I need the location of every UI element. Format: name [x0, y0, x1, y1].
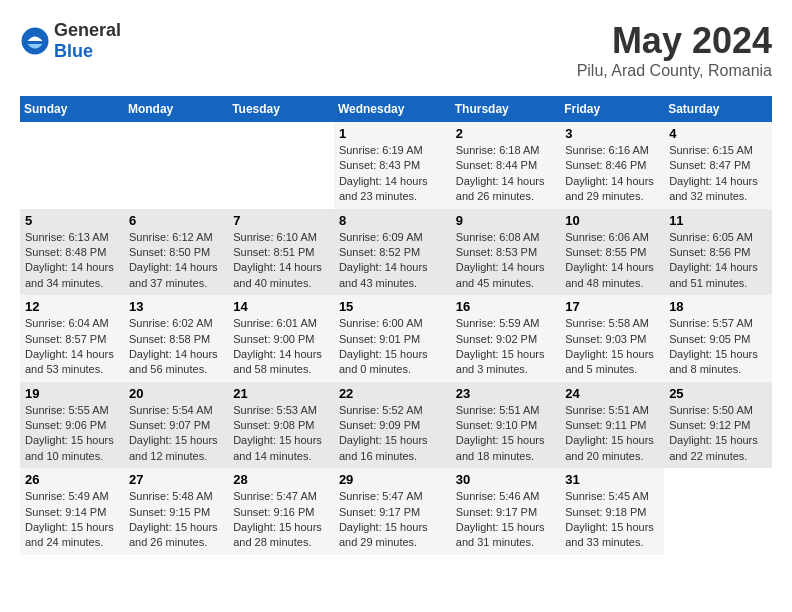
- day-info: Sunrise: 6:02 AM Sunset: 8:58 PM Dayligh…: [129, 316, 223, 378]
- header-day: Thursday: [451, 96, 560, 122]
- sunset: Sunset: 9:03 PM: [565, 332, 659, 347]
- sunset: Sunset: 9:00 PM: [233, 332, 329, 347]
- day-info: Sunrise: 5:58 AM Sunset: 9:03 PM Dayligh…: [565, 316, 659, 378]
- daylight: Daylight: 14 hours and 51 minutes.: [669, 260, 767, 291]
- calendar-cell: 9 Sunrise: 6:08 AM Sunset: 8:53 PM Dayli…: [451, 209, 560, 296]
- day-info: Sunrise: 5:46 AM Sunset: 9:17 PM Dayligh…: [456, 489, 555, 551]
- daylight: Daylight: 14 hours and 45 minutes.: [456, 260, 555, 291]
- sunset: Sunset: 9:09 PM: [339, 418, 446, 433]
- header-day: Tuesday: [228, 96, 334, 122]
- calendar-cell: 7 Sunrise: 6:10 AM Sunset: 8:51 PM Dayli…: [228, 209, 334, 296]
- logo: General Blue: [20, 20, 121, 62]
- sunset: Sunset: 9:06 PM: [25, 418, 119, 433]
- day-info: Sunrise: 6:12 AM Sunset: 8:50 PM Dayligh…: [129, 230, 223, 292]
- calendar-cell: 26 Sunrise: 5:49 AM Sunset: 9:14 PM Dayl…: [20, 468, 124, 555]
- day-number: 10: [565, 213, 659, 228]
- sunset: Sunset: 9:11 PM: [565, 418, 659, 433]
- daylight: Daylight: 15 hours and 0 minutes.: [339, 347, 446, 378]
- daylight: Daylight: 14 hours and 37 minutes.: [129, 260, 223, 291]
- day-number: 25: [669, 386, 767, 401]
- sunset: Sunset: 8:56 PM: [669, 245, 767, 260]
- day-info: Sunrise: 5:59 AM Sunset: 9:02 PM Dayligh…: [456, 316, 555, 378]
- day-number: 17: [565, 299, 659, 314]
- sunset: Sunset: 8:53 PM: [456, 245, 555, 260]
- calendar-cell: [20, 122, 124, 209]
- daylight: Daylight: 14 hours and 43 minutes.: [339, 260, 446, 291]
- day-number: 20: [129, 386, 223, 401]
- sunrise: Sunrise: 5:45 AM: [565, 489, 659, 504]
- sunrise: Sunrise: 6:08 AM: [456, 230, 555, 245]
- day-number: 1: [339, 126, 446, 141]
- sunset: Sunset: 9:14 PM: [25, 505, 119, 520]
- logo-blue-text: Blue: [54, 41, 121, 62]
- daylight: Daylight: 15 hours and 12 minutes.: [129, 433, 223, 464]
- day-info: Sunrise: 6:04 AM Sunset: 8:57 PM Dayligh…: [25, 316, 119, 378]
- day-number: 31: [565, 472, 659, 487]
- day-number: 12: [25, 299, 119, 314]
- calendar-cell: 13 Sunrise: 6:02 AM Sunset: 8:58 PM Dayl…: [124, 295, 228, 382]
- calendar-cell: 15 Sunrise: 6:00 AM Sunset: 9:01 PM Dayl…: [334, 295, 451, 382]
- day-info: Sunrise: 6:13 AM Sunset: 8:48 PM Dayligh…: [25, 230, 119, 292]
- daylight: Daylight: 14 hours and 58 minutes.: [233, 347, 329, 378]
- daylight: Daylight: 14 hours and 29 minutes.: [565, 174, 659, 205]
- daylight: Daylight: 15 hours and 3 minutes.: [456, 347, 555, 378]
- month-title: May 2024: [577, 20, 772, 62]
- daylight: Daylight: 15 hours and 5 minutes.: [565, 347, 659, 378]
- day-number: 13: [129, 299, 223, 314]
- calendar-cell: 28 Sunrise: 5:47 AM Sunset: 9:16 PM Dayl…: [228, 468, 334, 555]
- calendar-cell: 16 Sunrise: 5:59 AM Sunset: 9:02 PM Dayl…: [451, 295, 560, 382]
- logo-icon: [20, 26, 50, 56]
- calendar-cell: 12 Sunrise: 6:04 AM Sunset: 8:57 PM Dayl…: [20, 295, 124, 382]
- header-day: Friday: [560, 96, 664, 122]
- day-info: Sunrise: 5:45 AM Sunset: 9:18 PM Dayligh…: [565, 489, 659, 551]
- day-info: Sunrise: 5:49 AM Sunset: 9:14 PM Dayligh…: [25, 489, 119, 551]
- calendar-cell: 30 Sunrise: 5:46 AM Sunset: 9:17 PM Dayl…: [451, 468, 560, 555]
- calendar-cell: 19 Sunrise: 5:55 AM Sunset: 9:06 PM Dayl…: [20, 382, 124, 469]
- sunrise: Sunrise: 5:57 AM: [669, 316, 767, 331]
- calendar-cell: 11 Sunrise: 6:05 AM Sunset: 8:56 PM Dayl…: [664, 209, 772, 296]
- daylight: Daylight: 14 hours and 40 minutes.: [233, 260, 329, 291]
- daylight: Daylight: 15 hours and 10 minutes.: [25, 433, 119, 464]
- sunset: Sunset: 8:58 PM: [129, 332, 223, 347]
- calendar-cell: 24 Sunrise: 5:51 AM Sunset: 9:11 PM Dayl…: [560, 382, 664, 469]
- calendar-cell: 25 Sunrise: 5:50 AM Sunset: 9:12 PM Dayl…: [664, 382, 772, 469]
- calendar-cell: 29 Sunrise: 5:47 AM Sunset: 9:17 PM Dayl…: [334, 468, 451, 555]
- day-number: 29: [339, 472, 446, 487]
- calendar-cell: [228, 122, 334, 209]
- sunrise: Sunrise: 5:55 AM: [25, 403, 119, 418]
- day-number: 16: [456, 299, 555, 314]
- sunset: Sunset: 9:17 PM: [456, 505, 555, 520]
- calendar-cell: 21 Sunrise: 5:53 AM Sunset: 9:08 PM Dayl…: [228, 382, 334, 469]
- day-number: 6: [129, 213, 223, 228]
- sunrise: Sunrise: 6:05 AM: [669, 230, 767, 245]
- daylight: Daylight: 14 hours and 48 minutes.: [565, 260, 659, 291]
- sunset: Sunset: 8:46 PM: [565, 158, 659, 173]
- day-info: Sunrise: 6:10 AM Sunset: 8:51 PM Dayligh…: [233, 230, 329, 292]
- calendar-table: SundayMondayTuesdayWednesdayThursdayFrid…: [20, 96, 772, 555]
- sunset: Sunset: 9:02 PM: [456, 332, 555, 347]
- sunset: Sunset: 9:16 PM: [233, 505, 329, 520]
- sunrise: Sunrise: 5:47 AM: [339, 489, 446, 504]
- calendar-cell: 17 Sunrise: 5:58 AM Sunset: 9:03 PM Dayl…: [560, 295, 664, 382]
- day-info: Sunrise: 5:52 AM Sunset: 9:09 PM Dayligh…: [339, 403, 446, 465]
- page-header: General Blue May 2024 Pilu, Arad County,…: [20, 20, 772, 80]
- day-info: Sunrise: 5:47 AM Sunset: 9:17 PM Dayligh…: [339, 489, 446, 551]
- sunrise: Sunrise: 5:51 AM: [456, 403, 555, 418]
- day-number: 9: [456, 213, 555, 228]
- daylight: Daylight: 15 hours and 22 minutes.: [669, 433, 767, 464]
- day-info: Sunrise: 6:05 AM Sunset: 8:56 PM Dayligh…: [669, 230, 767, 292]
- sunrise: Sunrise: 5:48 AM: [129, 489, 223, 504]
- header-day: Monday: [124, 96, 228, 122]
- day-number: 24: [565, 386, 659, 401]
- sunset: Sunset: 8:48 PM: [25, 245, 119, 260]
- day-number: 2: [456, 126, 555, 141]
- sunrise: Sunrise: 6:00 AM: [339, 316, 446, 331]
- calendar-cell: 3 Sunrise: 6:16 AM Sunset: 8:46 PM Dayli…: [560, 122, 664, 209]
- daylight: Daylight: 15 hours and 29 minutes.: [339, 520, 446, 551]
- day-number: 18: [669, 299, 767, 314]
- calendar-cell: 8 Sunrise: 6:09 AM Sunset: 8:52 PM Dayli…: [334, 209, 451, 296]
- sunrise: Sunrise: 5:50 AM: [669, 403, 767, 418]
- daylight: Daylight: 14 hours and 56 minutes.: [129, 347, 223, 378]
- sunrise: Sunrise: 6:18 AM: [456, 143, 555, 158]
- day-info: Sunrise: 5:47 AM Sunset: 9:16 PM Dayligh…: [233, 489, 329, 551]
